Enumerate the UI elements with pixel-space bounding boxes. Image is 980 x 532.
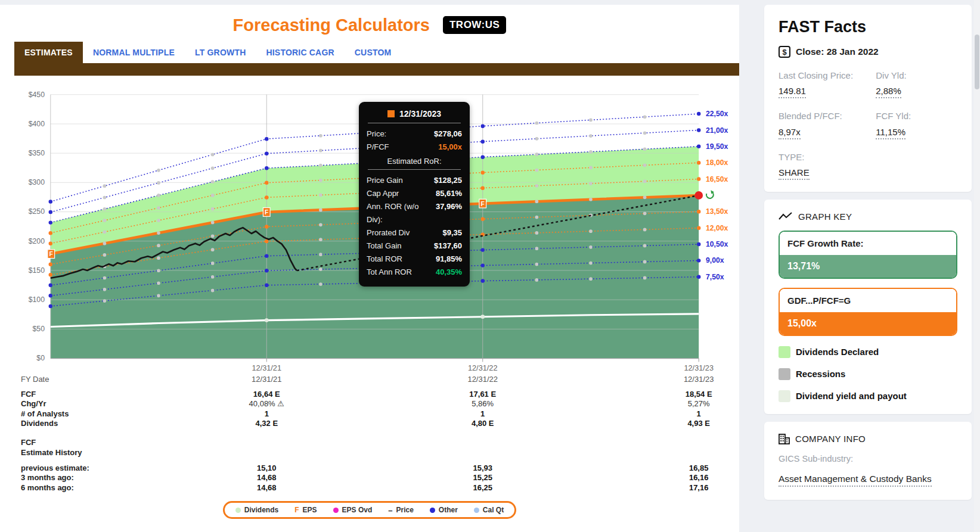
swatch-label: Dividend yield and payout	[796, 391, 907, 401]
tab-lt-growth[interactable]: LT GROWTH	[185, 42, 256, 63]
legend-marker	[430, 508, 435, 513]
legend-label: Dividends	[244, 506, 278, 514]
history-row-label: 6 months ago:	[21, 483, 74, 492]
forecasting-chart[interactable]: $0$50$100$150$200$250$300$350$400$45012/…	[15, 88, 734, 375]
svg-text:$350: $350	[29, 149, 45, 157]
page-scrollbar	[974, 0, 980, 532]
table-row-label: Chg/Yr	[21, 399, 46, 408]
legend-item-other: Other	[430, 506, 458, 514]
svg-text:13,50x: 13,50x	[706, 207, 728, 216]
fy-date-row: FY Date12/31/2112/31/2212/31/23	[15, 375, 734, 385]
legend-marker: F	[294, 506, 299, 514]
swatch-color	[779, 368, 790, 380]
graph-key-title: GRAPH KEY	[798, 211, 852, 222]
fact-div-yld: Div Yld: 2,88%	[876, 70, 957, 98]
table-row-value: 18,54 E	[686, 390, 712, 399]
target-price-dot[interactable]	[694, 191, 703, 200]
close-date-row: $ Close: 28 Jan 2022	[779, 46, 957, 58]
legend-marker	[474, 508, 479, 513]
legend-item-dividends: Dividends	[235, 506, 278, 514]
legend-row: DividendsFEPSEPS Ovd–PriceOtherCal Qt	[0, 501, 739, 519]
company-info-title: COMPANY INFO	[795, 434, 866, 444]
estimate-history-title-line: FCF	[21, 437, 734, 447]
history-row-label: 3 months ago:	[21, 473, 74, 482]
scrollbar-thumb[interactable]	[975, 35, 979, 89]
table-row-value: 40,08% ⚠	[249, 399, 284, 408]
fact-blended-pfcf: Blended P/FCF: 8,97x	[779, 110, 872, 139]
close-date-label: Close: 28 Jan 2022	[796, 46, 879, 57]
svg-text:21,00x: 21,00x	[706, 126, 728, 135]
svg-text:12/31/23: 12/31/23	[684, 363, 714, 372]
page: Forecasting Calculators TROW:US ESTIMATE…	[0, 0, 980, 532]
type-value[interactable]: SHARE	[779, 167, 810, 180]
swatch-color	[779, 390, 790, 402]
history-row: previous estimate:15,1015,9316,85	[15, 463, 734, 474]
table-row: Chg/Yr40,08% ⚠5,86%5,27%	[15, 399, 734, 409]
graph-key-card: GRAPH KEY FCF Growth Rate: 13,71% GDF...…	[764, 200, 972, 414]
company-info-header: COMPANY INFO	[779, 434, 957, 444]
svg-text:12/31/21: 12/31/21	[252, 363, 282, 372]
svg-text:9,00x: 9,00x	[706, 256, 724, 265]
estimate-history-title-line: Estimate History	[21, 447, 734, 458]
legend-label: Cal Qt	[483, 506, 504, 514]
page-title: Forecasting Calculators	[233, 15, 430, 35]
history-row-value: 15,25	[473, 473, 492, 482]
table-row-value: 16,64 E	[253, 390, 280, 399]
estimate-history: FCFEstimate Historyprevious estimate:15,…	[15, 437, 734, 493]
key-swatch-list: Dividends DeclaredRecessionsDividend yie…	[779, 346, 957, 402]
table-row-value: 4,32 E	[255, 419, 278, 428]
svg-text:$450: $450	[29, 91, 45, 99]
fy-date-row-label: FY Date	[21, 375, 49, 384]
history-row-value: 16,16	[689, 473, 709, 482]
svg-text:F: F	[49, 251, 53, 257]
gics-sub-industry-value[interactable]: Asset Management & Custody Banks	[779, 469, 957, 488]
graph-key-header: GRAPH KEY	[779, 211, 957, 222]
tab-custom[interactable]: CUSTOM	[345, 42, 402, 63]
svg-text:18,00x: 18,00x	[706, 158, 728, 167]
fy-date-row-value: 12/31/22	[467, 375, 498, 384]
company-info-card: COMPANY INFO GICS Sub-industry: Asset Ma…	[764, 422, 972, 500]
svg-text:$400: $400	[29, 120, 45, 128]
table-row-value: 4,80 E	[472, 419, 494, 428]
svg-text:19,50x: 19,50x	[706, 142, 728, 151]
refresh-icon[interactable]	[706, 190, 714, 198]
swatch-label: Dividends Declared	[796, 347, 879, 357]
gics-sub-industry-label: GICS Sub-industry:	[779, 454, 957, 463]
last-closing-price-value[interactable]: 149.81	[779, 86, 806, 98]
forecasting-panel: Forecasting Calculators TROW:US ESTIMATE…	[0, 5, 739, 532]
svg-text:10,50x: 10,50x	[706, 240, 728, 248]
svg-text:$50: $50	[33, 325, 45, 333]
table-row-label: # of Analysts	[21, 409, 69, 418]
svg-text:$300: $300	[29, 178, 45, 186]
history-row-value: 14,68	[257, 483, 277, 492]
legend-label: Price	[396, 506, 413, 514]
fast-facts-grid: Last Closing Price: 149.81 Div Yld: 2,88…	[779, 70, 957, 180]
tab-normal-multiple[interactable]: NORMAL MULTIPLE	[83, 42, 185, 63]
chart-area: $0$50$100$150$200$250$300$350$400$45012/…	[15, 88, 734, 375]
table-row-value: 5,27%	[688, 399, 710, 408]
fy-date-row-value: 12/31/21	[252, 375, 282, 384]
table-row-value: 1	[265, 409, 269, 418]
svg-text:16,50x: 16,50x	[706, 175, 728, 183]
ticker-badge: TROW:US	[443, 16, 506, 34]
history-row-value: 16,25	[473, 483, 492, 492]
legend-label: EPS	[303, 506, 317, 514]
tab-historic-cagr[interactable]: HISTORIC CAGR	[256, 42, 344, 63]
tab-estimates[interactable]: ESTIMATES	[14, 42, 83, 63]
blended-pfcf-value[interactable]: 8,97x	[779, 127, 801, 139]
history-row-value: 15,93	[473, 463, 492, 472]
table-row: # of Analysts111	[15, 409, 734, 419]
svg-text:$0: $0	[36, 354, 45, 362]
legend-item-price: –Price	[388, 506, 414, 514]
legend-item-eps-ovd: EPS Ovd	[333, 506, 373, 514]
legend-marker	[333, 508, 339, 513]
table-row-value: 5,86%	[472, 399, 494, 408]
history-row-label: previous estimate:	[21, 463, 89, 472]
fact-fcf-yld: FCF Yld: 11,15%	[876, 110, 957, 139]
fact-type: TYPE: SHARE	[779, 151, 872, 180]
svg-text:12/31/22: 12/31/22	[468, 363, 498, 372]
fcf-yld-value[interactable]: 11,15%	[876, 127, 905, 139]
history-row: 6 months ago:14,6816,2517,16	[15, 483, 734, 493]
div-yld-value[interactable]: 2,88%	[876, 86, 901, 98]
legend-marker: –	[388, 508, 392, 513]
